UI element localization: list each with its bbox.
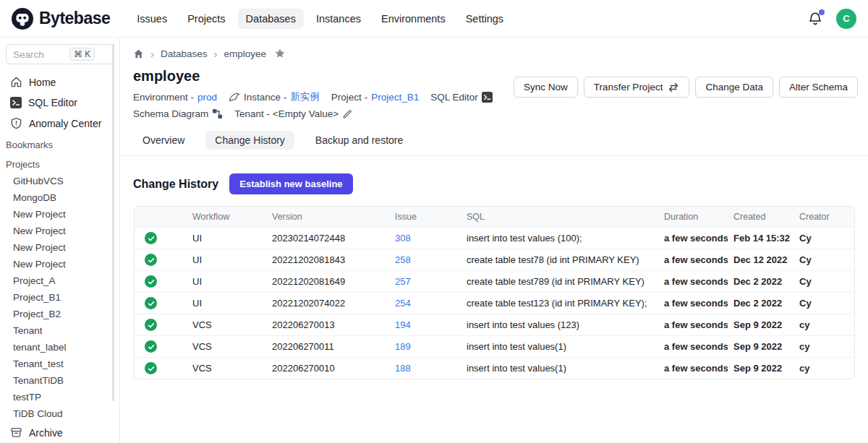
sync-now-button[interactable]: Sync Now bbox=[514, 77, 578, 98]
meta-sql-editor[interactable]: SQL Editor bbox=[430, 92, 493, 103]
cell-created: Dec 12 2022 bbox=[728, 249, 793, 271]
user-avatar[interactable]: C bbox=[836, 9, 856, 29]
project-item[interactable]: New Project bbox=[0, 206, 119, 223]
issue-link[interactable]: 257 bbox=[395, 276, 411, 287]
instance-link[interactable]: 新实例 bbox=[290, 90, 320, 103]
project-item[interactable]: New Project bbox=[0, 256, 119, 272]
transfer-project-button[interactable]: Transfer Project bbox=[584, 77, 690, 98]
table-row[interactable]: UI 20221202074022 254 create table test1… bbox=[135, 293, 855, 314]
alter-schema-button[interactable]: Alter Schema bbox=[779, 77, 858, 98]
cell-version: 202206270010 bbox=[266, 358, 389, 379]
nav-item-issues[interactable]: Issues bbox=[129, 9, 175, 29]
environment-label: Environment - bbox=[133, 92, 194, 103]
transfer-project-label: Transfer Project bbox=[594, 82, 663, 93]
project-item[interactable]: New Project bbox=[0, 223, 119, 239]
establish-baseline-button[interactable]: Establish new baseline bbox=[229, 173, 352, 194]
project-item[interactable]: Project_B1 bbox=[0, 289, 119, 306]
meta-schema-diagram[interactable]: Schema Diagram bbox=[133, 108, 223, 119]
issue-link[interactable]: 194 bbox=[395, 319, 411, 330]
nav-item-databases[interactable]: Databases bbox=[238, 9, 304, 29]
section-title: Change History bbox=[133, 178, 218, 191]
cell-version: 202206270013 bbox=[266, 314, 389, 336]
cell-created: Sep 9 2022 bbox=[728, 358, 793, 379]
project-label: Project - bbox=[331, 92, 367, 103]
nav-item-instances[interactable]: Instances bbox=[308, 9, 369, 29]
table-row[interactable]: UI 20230214072448 308 insert into test v… bbox=[135, 228, 855, 249]
cell-created: Dec 2 2022 bbox=[728, 293, 793, 314]
shield-icon bbox=[10, 117, 22, 129]
change-history-table: Workflow Version Issue SQL Duration Crea… bbox=[134, 206, 855, 379]
breadcrumb-item-employee[interactable]: employee bbox=[224, 48, 267, 59]
sidebar-item-archive[interactable]: Archive bbox=[0, 422, 119, 443]
issue-link[interactable]: 254 bbox=[395, 298, 411, 309]
table-row[interactable]: UI 20221202081843 258 create table test7… bbox=[135, 249, 855, 271]
success-check-icon bbox=[145, 297, 157, 309]
column-issue: Issue bbox=[389, 207, 461, 228]
chevron-right-icon: › bbox=[214, 48, 218, 59]
cell-duration: a few seconds bbox=[658, 358, 728, 379]
nav-item-environments[interactable]: Environments bbox=[373, 9, 454, 29]
cell-duration: a few seconds bbox=[658, 249, 728, 271]
edit-pencil-icon[interactable] bbox=[342, 109, 352, 119]
sidebar-item-sql-editor[interactable]: SQL Editor bbox=[0, 93, 119, 113]
cell-version: 20221202081843 bbox=[266, 249, 389, 271]
cell-sql: insert into test values(1) bbox=[461, 336, 658, 358]
issue-link[interactable]: 189 bbox=[395, 341, 411, 352]
column-created: Created bbox=[728, 207, 793, 228]
table-row[interactable]: VCS 202206270010 188 insert into test va… bbox=[135, 358, 855, 379]
issue-link[interactable]: 258 bbox=[395, 254, 411, 265]
instance-label: Instance - bbox=[244, 92, 286, 103]
meta-environment: Environment - prod bbox=[133, 92, 217, 103]
cell-created: Feb 14 15:32 bbox=[728, 228, 793, 249]
project-link[interactable]: Project_B1 bbox=[371, 92, 419, 103]
sidebar-item-home[interactable]: Home bbox=[0, 72, 119, 93]
notification-bell-icon[interactable] bbox=[807, 11, 823, 27]
table-row[interactable]: UI 20221202081649 257 create table test7… bbox=[135, 271, 855, 293]
nav-item-projects[interactable]: Projects bbox=[179, 9, 233, 29]
cell-created: Dec 2 2022 bbox=[728, 271, 793, 293]
cell-created: Sep 9 2022 bbox=[728, 336, 793, 358]
database-meta: Environment - prod Instance - 新实例 Projec… bbox=[133, 90, 556, 119]
search-input[interactable] bbox=[13, 49, 67, 60]
project-item[interactable]: TiDB Cloud bbox=[0, 405, 119, 422]
breadcrumb-item-databases[interactable]: Databases bbox=[161, 48, 208, 59]
success-check-icon bbox=[145, 340, 157, 353]
tab-backup-restore[interactable]: Backup and restore bbox=[306, 131, 412, 150]
project-item[interactable]: MongoDB bbox=[0, 189, 119, 206]
search-box[interactable]: ⌘ K bbox=[6, 44, 114, 64]
sidebar-scrollbar[interactable] bbox=[112, 43, 114, 401]
nav-item-settings[interactable]: Settings bbox=[458, 9, 511, 29]
cell-version: 20230214072448 bbox=[266, 228, 389, 249]
sidebar-item-label: Anomaly Center bbox=[29, 118, 101, 129]
environment-link[interactable]: prod bbox=[197, 92, 217, 103]
mysql-dolphin-icon bbox=[229, 92, 240, 102]
project-item[interactable]: Project_B2 bbox=[0, 306, 119, 322]
project-item[interactable]: Tenant bbox=[0, 322, 119, 339]
brand[interactable]: Bytebase bbox=[12, 8, 110, 30]
cell-sql: insert into test values(1) bbox=[461, 358, 658, 379]
table-row[interactable]: VCS 202206270011 189 insert into test va… bbox=[135, 336, 855, 358]
bookmark-star-icon[interactable] bbox=[274, 48, 286, 59]
project-item[interactable]: New Project bbox=[0, 239, 119, 256]
change-data-button[interactable]: Change Data bbox=[695, 77, 773, 98]
table-row[interactable]: VCS 202206270013 194 insert into test va… bbox=[135, 314, 855, 336]
project-item[interactable]: testTP bbox=[0, 389, 119, 405]
cell-sql: create table test789 (id int PRIMARY KEY… bbox=[461, 271, 658, 293]
tab-overview[interactable]: Overview bbox=[133, 131, 194, 150]
page-actions: Sync Now Transfer Project Change Data Al… bbox=[514, 77, 858, 98]
transfer-arrows-icon bbox=[668, 82, 679, 93]
project-item[interactable]: GitHubVCS bbox=[0, 173, 119, 189]
bookmarks-section-label: Bookmarks bbox=[0, 134, 119, 153]
issue-link[interactable]: 308 bbox=[395, 233, 411, 244]
projects-list: GitHubVCS MongoDB New Project New Projec… bbox=[0, 173, 119, 422]
meta-instance: Instance - 新实例 bbox=[229, 90, 320, 103]
project-item[interactable]: tenant_label bbox=[0, 339, 119, 356]
change-data-label: Change Data bbox=[705, 82, 763, 93]
tab-change-history[interactable]: Change History bbox=[205, 131, 294, 150]
project-item[interactable]: Project_A bbox=[0, 272, 119, 289]
sidebar-item-anomaly-center[interactable]: Anomaly Center bbox=[0, 113, 119, 134]
project-item[interactable]: Tenant_test bbox=[0, 356, 119, 372]
breadcrumb-home-icon[interactable] bbox=[133, 48, 144, 59]
project-item[interactable]: TenantTiDB bbox=[0, 372, 119, 389]
issue-link[interactable]: 188 bbox=[395, 363, 411, 374]
